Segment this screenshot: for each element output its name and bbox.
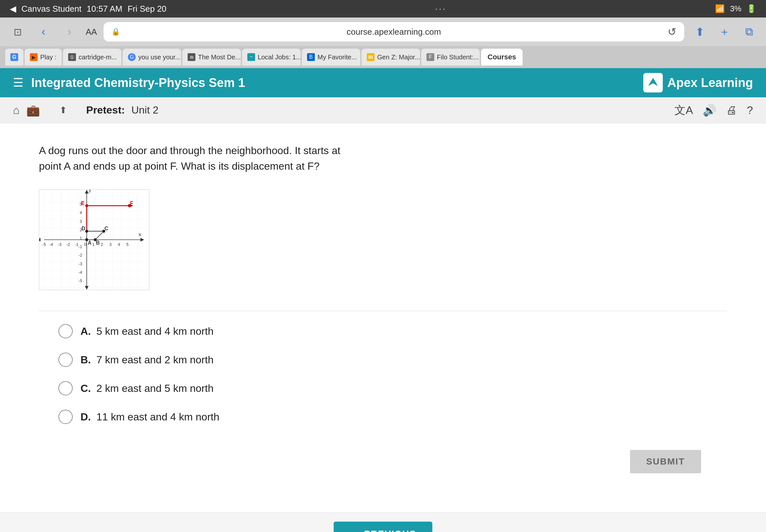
svg-text:4: 4	[118, 242, 120, 247]
answer-text-d: 11 km east and 4 km north	[96, 411, 219, 423]
tab-most-de[interactable]: ≋ The Most De...	[182, 49, 241, 66]
status-dots: ···	[435, 4, 446, 14]
tab-label-cartridge: cartridge-m...	[79, 54, 117, 61]
tab-filo[interactable]: F Filo Student:... ✕	[421, 49, 480, 66]
back-arrow-icon: ◀	[10, 4, 16, 14]
tabs-bar: G ▶ Play : ① cartridge-m... G you use yo…	[0, 46, 766, 68]
svg-text:-3: -3	[58, 242, 61, 247]
bottom-nav: ← PREVIOUS	[0, 513, 766, 532]
svg-text:-3: -3	[79, 262, 82, 266]
hamburger-icon[interactable]: ☰	[13, 76, 23, 90]
tab-label-play: Play :	[40, 54, 56, 61]
submit-button[interactable]: SUBMIT	[630, 450, 701, 473]
upload-icon[interactable]: ⬆	[59, 105, 67, 115]
previous-button[interactable]: ← PREVIOUS	[334, 522, 433, 532]
tab-courses[interactable]: Courses	[481, 49, 523, 66]
svg-text:C: C	[104, 226, 108, 231]
svg-text:-4: -4	[49, 242, 53, 247]
apex-logo-icon	[643, 73, 663, 92]
svg-text:y: y	[89, 189, 91, 193]
back-button[interactable]: ‹	[34, 22, 53, 42]
answer-choice-d[interactable]: D. 11 km east and 4 km north	[58, 410, 727, 424]
forward-button[interactable]: ›	[60, 22, 79, 42]
status-date: Fri Sep 20	[128, 4, 166, 14]
question-text: A dog runs out the door and through the …	[39, 143, 363, 174]
app-name: Canvas Student	[21, 4, 81, 14]
divider	[39, 311, 727, 311]
tab-favicon-most-de: ≋	[188, 53, 195, 61]
url-bar[interactable]: 🔒 course.apexlearning.com ↺	[103, 22, 684, 42]
home-icon[interactable]: ⌂	[13, 104, 20, 116]
tab-favicon-gen-z: BI	[367, 53, 374, 61]
radio-a[interactable]	[58, 324, 73, 338]
tab-you-use[interactable]: G you use your...	[123, 49, 181, 66]
text-size-control[interactable]: AA	[86, 27, 97, 37]
tab-favicon-my-fav: B	[307, 53, 315, 61]
share-button[interactable]: ⬆	[691, 23, 709, 41]
tab-label-my-fav: My Favorite...	[317, 54, 357, 61]
tab-favicon-filo: F	[427, 53, 434, 61]
arrow-left-icon: ←	[350, 529, 359, 532]
apex-logo: Apex Learning	[643, 73, 753, 92]
submit-row: SUBMIT	[39, 450, 727, 473]
refresh-button[interactable]: ↺	[668, 26, 676, 38]
answer-choices: A. 5 km east and 4 km north B. 7 km east…	[58, 324, 727, 424]
answer-text-a: 5 km east and 4 km north	[96, 325, 213, 337]
radio-d[interactable]	[58, 410, 73, 424]
svg-marker-5	[39, 238, 41, 241]
answer-choice-b[interactable]: B. 7 km east and 2 km north	[58, 353, 727, 367]
toolbar-right: 文A 🔊 🖨 ?	[675, 103, 753, 118]
radio-b[interactable]	[58, 353, 73, 367]
tab-local-jobs[interactable]: ~ Local Jobs: 1...	[242, 49, 300, 66]
answer-letter-c: C.	[80, 382, 91, 394]
new-tab-button[interactable]: ＋	[715, 23, 734, 41]
svg-text:3: 3	[109, 242, 112, 247]
tabs-button[interactable]: ⧉	[740, 23, 758, 41]
svg-text:1: 1	[92, 242, 94, 247]
tab-label-gen-z: Gen Z: Major...	[377, 54, 420, 61]
tab-label-courses: Courses	[488, 53, 516, 61]
svg-text:-2: -2	[79, 253, 82, 258]
tab-g[interactable]: G	[5, 49, 23, 66]
tab-label-most-de: The Most De...	[198, 54, 240, 61]
brand-name: Apex Learning	[667, 76, 753, 90]
battery-text: 3%	[730, 4, 741, 13]
course-title: Integrated Chemistry-Physics Sem 1	[31, 76, 245, 90]
svg-text:3: 3	[80, 219, 82, 224]
toolbar: ⌂ 💼 ⬆ Pretest: Unit 2 文A 🔊 🖨 ?	[0, 97, 766, 123]
svg-text:-5: -5	[79, 279, 82, 283]
tab-favicon-cartridge: ①	[68, 53, 76, 61]
svg-text:-5: -5	[42, 242, 46, 247]
answer-letter-d: D.	[80, 411, 91, 423]
tab-play[interactable]: ▶ Play :	[25, 49, 62, 66]
translate-icon[interactable]: 文A	[675, 103, 693, 118]
svg-text:2: 2	[101, 242, 103, 247]
lock-icon: 🔒	[111, 28, 120, 36]
svg-text:0: 0	[84, 242, 86, 247]
print-icon[interactable]: 🖨	[726, 104, 737, 116]
answer-label-c: C. 2 km east and 5 km north	[80, 382, 213, 394]
answer-letter-a: A.	[80, 325, 91, 337]
answer-choice-a[interactable]: A. 5 km east and 4 km north	[58, 324, 727, 338]
svg-text:-1: -1	[79, 245, 82, 249]
answer-choice-c[interactable]: C. 2 km east and 5 km north	[58, 381, 727, 395]
tab-my-fav[interactable]: B My Favorite...	[302, 49, 360, 66]
url-text: course.apexlearning.com	[125, 27, 663, 37]
tab-cartridge[interactable]: ① cartridge-m...	[63, 49, 121, 66]
briefcase-icon[interactable]: 💼	[26, 104, 40, 117]
sidebar-toggle-button[interactable]: ⊡	[8, 22, 27, 42]
wifi-icon: 📶	[715, 4, 725, 13]
answer-label-a: A. 5 km east and 4 km north	[80, 325, 213, 337]
pretest-label: Pretest:	[86, 104, 125, 116]
graph-container: x y 0 -1 -2 -3 -4 -5 1 2 3 4 5 2 3 4 5 -…	[39, 189, 149, 291]
svg-text:-4: -4	[79, 270, 82, 275]
tab-gen-z[interactable]: BI Gen Z: Major...	[361, 49, 420, 66]
audio-icon[interactable]: 🔊	[703, 104, 716, 117]
answer-label-b: B. 7 km east and 2 km north	[80, 354, 213, 366]
status-time: 10:57 AM	[87, 4, 122, 14]
tab-favicon-play: ▶	[30, 53, 38, 61]
tab-label-filo: Filo Student:...	[437, 54, 479, 61]
help-icon[interactable]: ?	[747, 104, 753, 116]
radio-c[interactable]	[58, 381, 73, 395]
browser-actions: ⬆ ＋ ⧉	[691, 23, 758, 41]
